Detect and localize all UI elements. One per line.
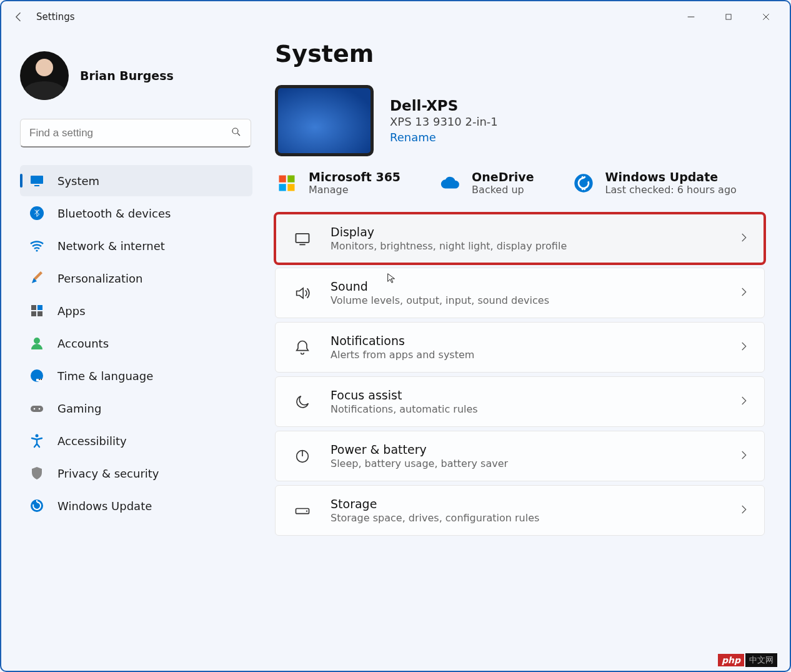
minimize-icon xyxy=(686,12,696,22)
sidebar-item-label: Gaming xyxy=(57,402,101,415)
chevron-right-icon xyxy=(738,232,749,246)
card-sub: Volume levels, output, input, sound devi… xyxy=(331,294,738,306)
card-title: Notifications xyxy=(331,334,738,348)
apps-icon xyxy=(29,303,45,319)
status-ms365[interactable]: Microsoft 365 Manage xyxy=(275,170,400,196)
sidebar-item-accessibility[interactable]: Accessibility xyxy=(20,425,252,456)
user-block[interactable]: Brian Burgess xyxy=(20,51,252,100)
watermark-a: php xyxy=(718,654,744,666)
sound-icon xyxy=(291,284,314,302)
sidebar-item-apps[interactable]: Apps xyxy=(20,295,252,326)
card-moon[interactable]: Focus assist Notifications, automatic ru… xyxy=(275,376,765,427)
sidebar-item-label: System xyxy=(57,174,99,188)
display-icon xyxy=(291,230,314,248)
card-title: Sound xyxy=(331,279,738,293)
status-row: Microsoft 365 Manage OneDrive Backed up … xyxy=(275,170,765,196)
system-icon xyxy=(29,173,45,189)
sidebar-item-label: Windows Update xyxy=(57,499,152,513)
status-onedrive-title: OneDrive xyxy=(472,170,534,184)
card-sub: Alerts from apps and system xyxy=(331,349,738,361)
card-title: Power & battery xyxy=(331,443,738,456)
nav: System Bluetooth & devices Network & int… xyxy=(20,165,252,521)
back-button[interactable] xyxy=(6,4,31,29)
person-icon xyxy=(29,335,45,351)
sidebar-item-label: Time & language xyxy=(57,369,153,383)
brush-icon xyxy=(29,270,45,286)
card-sound[interactable]: Sound Volume levels, output, input, soun… xyxy=(275,268,765,318)
sidebar-item-label: Privacy & security xyxy=(57,467,159,480)
status-ms365-sub: Manage xyxy=(309,184,400,196)
sidebar-item-label: Apps xyxy=(57,304,86,318)
shield-icon xyxy=(29,465,45,481)
update-icon xyxy=(29,498,45,514)
sidebar-item-brush[interactable]: Personalization xyxy=(20,263,252,294)
globe-icon xyxy=(29,368,45,384)
microsoft-icon xyxy=(275,171,299,195)
sidebar-item-label: Personalization xyxy=(57,272,142,285)
bluetooth-icon xyxy=(29,205,45,221)
watermark-b: 中文网 xyxy=(745,653,777,667)
power-icon xyxy=(291,448,314,465)
status-update-sub: Last checked: 6 hours ago xyxy=(605,184,737,196)
chevron-right-icon xyxy=(738,286,749,300)
main: System Dell-XPS XPS 13 9310 2-in-1 Renam… xyxy=(264,33,790,672)
sidebar-item-wifi[interactable]: Network & internet xyxy=(20,230,252,261)
app-title: Settings xyxy=(36,11,75,23)
card-title: Focus assist xyxy=(331,388,738,402)
status-ms365-title: Microsoft 365 xyxy=(309,170,400,184)
status-update-title: Windows Update xyxy=(605,170,737,184)
card-sub: Storage space, drives, configuration rul… xyxy=(331,512,738,524)
sidebar-item-system[interactable]: System xyxy=(20,165,252,196)
card-storage[interactable]: Storage Storage space, drives, configura… xyxy=(275,485,765,536)
wifi-icon xyxy=(29,238,45,254)
card-power[interactable]: Power & battery Sleep, battery usage, ba… xyxy=(275,431,765,481)
chevron-right-icon xyxy=(738,395,749,409)
refresh-icon xyxy=(572,171,595,195)
card-title: Display xyxy=(331,225,738,239)
watermark: php 中文网 xyxy=(718,653,777,667)
status-onedrive[interactable]: OneDrive Backed up xyxy=(438,170,534,196)
sidebar-item-person[interactable]: Accounts xyxy=(20,328,252,359)
sidebar-item-label: Accounts xyxy=(57,337,109,350)
gamepad-icon xyxy=(29,400,45,416)
moon-icon xyxy=(291,393,314,411)
sidebar-item-shield[interactable]: Privacy & security xyxy=(20,458,252,489)
sidebar-item-update[interactable]: Windows Update xyxy=(20,490,252,521)
card-sub: Monitors, brightness, night light, displ… xyxy=(331,240,738,252)
chevron-right-icon xyxy=(738,341,749,354)
sidebar-item-label: Bluetooth & devices xyxy=(57,207,171,220)
sidebar-item-label: Network & internet xyxy=(57,239,165,253)
accessibility-icon xyxy=(29,433,45,449)
avatar xyxy=(20,51,69,100)
device-model: XPS 13 9310 2-in-1 xyxy=(390,115,498,128)
minimize-button[interactable] xyxy=(672,4,710,29)
arrow-left-icon xyxy=(12,11,25,23)
rename-link[interactable]: Rename xyxy=(390,131,498,144)
titlebar: Settings xyxy=(1,1,790,33)
device-image xyxy=(275,85,374,156)
storage-icon xyxy=(291,502,314,519)
search-box[interactable] xyxy=(20,119,251,148)
close-icon xyxy=(761,12,771,22)
maximize-icon xyxy=(724,13,733,21)
card-bell[interactable]: Notifications Alerts from apps and syste… xyxy=(275,322,765,373)
chevron-right-icon xyxy=(738,504,749,518)
search-input[interactable] xyxy=(29,127,231,139)
cloud-icon xyxy=(438,171,462,195)
sidebar-item-label: Accessibility xyxy=(57,434,127,448)
sidebar-item-gamepad[interactable]: Gaming xyxy=(20,393,252,424)
card-sub: Notifications, automatic rules xyxy=(331,403,738,415)
sidebar-item-bluetooth[interactable]: Bluetooth & devices xyxy=(20,198,252,229)
maximize-button[interactable] xyxy=(710,4,747,29)
close-button[interactable] xyxy=(747,4,785,29)
status-update[interactable]: Windows Update Last checked: 6 hours ago xyxy=(572,170,737,196)
card-title: Storage xyxy=(331,497,738,511)
page-title: System xyxy=(275,40,765,68)
card-sub: Sleep, battery usage, battery saver xyxy=(331,458,738,469)
card-display[interactable]: Display Monitors, brightness, night ligh… xyxy=(275,213,765,264)
bell-icon xyxy=(291,339,314,356)
window-controls xyxy=(672,4,785,29)
chevron-right-icon xyxy=(738,449,749,463)
user-name: Brian Burgess xyxy=(80,69,174,83)
sidebar-item-globe[interactable]: Time & language xyxy=(20,360,252,391)
